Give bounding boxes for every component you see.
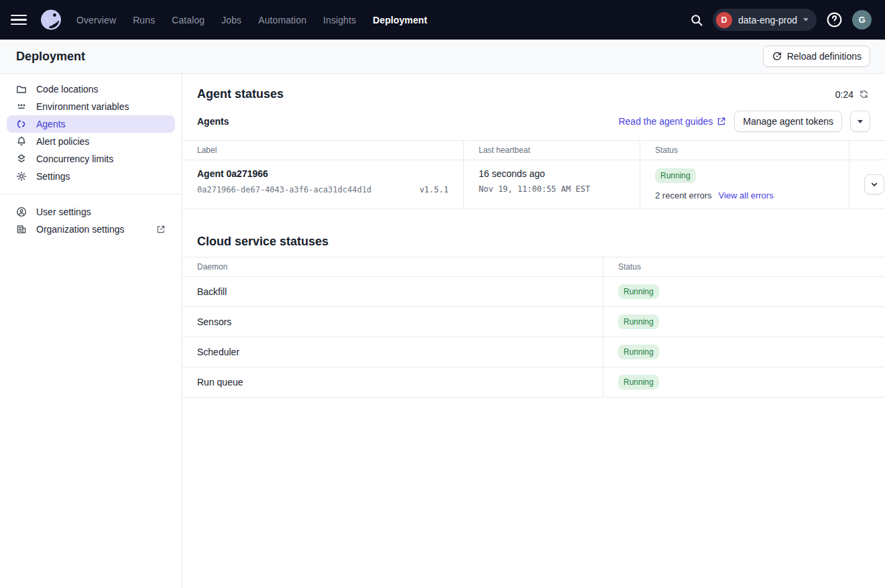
refresh-icon[interactable] [859, 89, 869, 99]
agents-icon [16, 119, 27, 129]
gear-icon [16, 171, 27, 182]
nav-item-runs[interactable]: Runs [133, 15, 155, 25]
daemon-name: Sensors [197, 316, 231, 327]
sidebar-item-label: Environment variables [36, 101, 129, 112]
cloud-services-table: Daemon Status Backfill Running Sensors R… [182, 257, 885, 398]
recent-errors-text: 2 recent errors [655, 190, 712, 200]
nav-item-automation[interactable]: Automation [258, 15, 306, 25]
daemon-name: Backfill [197, 286, 227, 297]
top-navigation-bar: Overview Runs Catalog Jobs Automation In… [0, 0, 885, 40]
topnav-right-controls: D data-eng-prod G [690, 9, 872, 31]
status-badge: Running [618, 345, 659, 359]
help-icon[interactable] [826, 11, 843, 28]
agent-label-cell: Agent 0a271966 0a271966-de67-4043-a3f6-a… [182, 160, 464, 209]
page-title: Deployment [16, 50, 85, 64]
sidebar-item-label: Agents [36, 119, 66, 129]
daemon-name: Scheduler [197, 347, 239, 357]
deployment-initial-badge: D [716, 12, 732, 28]
agents-table: Label Last heartbeat Status Agent 0a2719… [182, 140, 885, 209]
sidebar-item-concurrency-limits[interactable]: Concurrency limits [7, 150, 175, 168]
cloud-table-header: Daemon Status [182, 257, 885, 277]
user-avatar[interactable]: G [852, 10, 872, 30]
nav-item-overview[interactable]: Overview [76, 15, 116, 25]
cloud-service-statuses-title: Cloud service statuses [197, 235, 329, 249]
agent-statuses-title: Agent statuses [197, 87, 284, 101]
user-icon [16, 207, 27, 217]
sidebar-item-label: Organization settings [36, 224, 125, 235]
agent-guides-link[interactable]: Read the agent guides [618, 116, 726, 127]
bell-icon [16, 136, 27, 147]
heartbeat-timestamp: Nov 19, 11:00:55 AM EST [479, 184, 625, 194]
column-header-label: Label [182, 141, 464, 160]
status-badge: Running [618, 284, 659, 299]
sidebar-item-label: Alert policies [36, 136, 89, 147]
status-badge: Running [618, 314, 659, 329]
column-header-last-heartbeat: Last heartbeat [464, 141, 640, 160]
status-badge: Running [655, 168, 696, 183]
status-badge: Running [618, 375, 659, 390]
nav-item-insights[interactable]: Insights [323, 15, 356, 25]
sidebar-item-label: User settings [36, 207, 91, 217]
deployment-switcher[interactable]: D data-eng-prod [713, 9, 817, 31]
reload-definitions-label: Reload definitions [787, 51, 862, 62]
manage-agent-tokens-label: Manage agent tokens [743, 116, 833, 127]
external-link-icon [156, 225, 166, 234]
column-header-daemon: Daemon [182, 257, 603, 277]
main-content: Agent statuses 0:24 Agents Read the agen… [182, 74, 885, 588]
sidebar-item-user-settings[interactable]: User settings [7, 203, 175, 221]
layers-icon [16, 154, 27, 164]
agents-heading: Agents [197, 116, 229, 127]
agent-guides-link-label: Read the agent guides [618, 116, 713, 127]
heartbeat-relative: 16 seconds ago [479, 168, 625, 179]
chevron-down-icon [870, 180, 878, 188]
nav-item-deployment[interactable]: Deployment [373, 15, 427, 25]
primary-nav: Overview Runs Catalog Jobs Automation In… [76, 15, 427, 25]
view-all-errors-link[interactable]: View all errors [719, 190, 774, 200]
daemon-name: Run queue [197, 377, 243, 388]
nav-item-catalog[interactable]: Catalog [172, 15, 204, 25]
column-header-expand [849, 141, 885, 160]
agent-heartbeat-cell: 16 seconds ago Nov 19, 11:00:55 AM EST [464, 160, 640, 209]
sidebar-item-environment-variables[interactable]: Environment variables [7, 98, 175, 115]
hamburger-menu-icon[interactable] [11, 11, 30, 30]
agent-version: v1.5.1 [420, 185, 449, 194]
sidebar-divider [0, 194, 182, 194]
folder-icon [16, 84, 27, 95]
nav-item-jobs[interactable]: Jobs [221, 15, 241, 25]
reload-icon [772, 51, 782, 62]
sidebar-item-label: Concurrency limits [36, 154, 113, 164]
table-row: Run queue Running [182, 367, 885, 398]
column-header-status: Status [603, 257, 885, 277]
agent-name: Agent 0a271966 [197, 168, 449, 179]
sidebar-item-label: Settings [36, 171, 70, 182]
agent-uuid: 0a271966-de67-4043-a3f6-aca31dc44d1d [197, 185, 371, 194]
dagster-logo-icon[interactable] [38, 7, 64, 34]
agent-row: Agent 0a271966 0a271966-de67-4043-a3f6-a… [182, 160, 885, 209]
agent-status-cell: Running 2 recent errors View all errors [640, 160, 849, 209]
column-header-status: Status [640, 141, 849, 160]
chevron-down-icon [803, 18, 809, 21]
sidebar-item-alert-policies[interactable]: Alert policies [7, 133, 175, 150]
external-link-icon [717, 117, 726, 126]
manage-agent-tokens-button[interactable]: Manage agent tokens [734, 111, 842, 132]
sidebar-item-organization-settings[interactable]: Organization settings [7, 221, 175, 238]
deployment-switcher-label: data-eng-prod [738, 15, 797, 25]
refresh-countdown-value: 0:24 [835, 89, 853, 100]
agents-more-actions-button[interactable] [850, 111, 870, 132]
reload-definitions-button[interactable]: Reload definitions [763, 46, 870, 67]
sidebar-item-agents[interactable]: Agents [7, 115, 175, 133]
search-icon[interactable] [690, 13, 703, 27]
table-row: Sensors Running [182, 307, 885, 337]
caret-down-icon [858, 120, 863, 123]
refresh-countdown: 0:24 [835, 89, 869, 100]
sidebar-item-code-locations[interactable]: Code locations [7, 80, 175, 98]
agents-table-header: Label Last heartbeat Status [182, 141, 885, 160]
sidebar-item-label: Code locations [36, 84, 99, 95]
sidebar-item-settings[interactable]: Settings [7, 168, 175, 185]
agent-expand-cell [849, 160, 885, 209]
table-row: Scheduler Running [182, 337, 885, 367]
table-row: Backfill Running [182, 277, 885, 307]
env-vars-icon [16, 101, 27, 112]
page-header: Deployment Reload definitions [0, 40, 885, 74]
expand-row-button[interactable] [864, 174, 884, 194]
